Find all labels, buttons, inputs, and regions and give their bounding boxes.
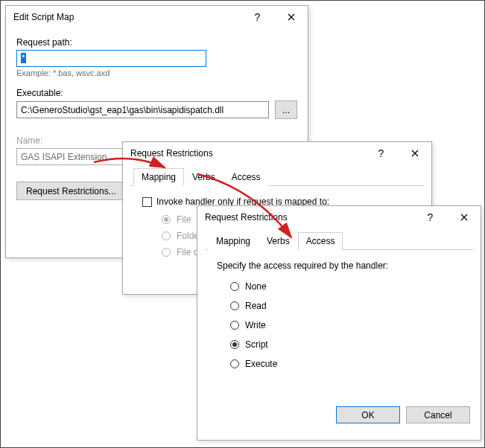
radio-icon: [162, 215, 171, 224]
radio-execute[interactable]: Execute: [230, 359, 461, 369]
help-button[interactable]: ?: [413, 206, 447, 228]
radio-icon: [230, 301, 239, 310]
close-icon: [288, 13, 295, 21]
dialog-title: Edit Script Map: [13, 12, 241, 22]
radio-icon: [230, 321, 239, 330]
close-button[interactable]: [274, 6, 308, 28]
button-bar: OK Cancel: [197, 399, 481, 434]
dialog-title: Request Restrictions: [130, 148, 364, 159]
help-button[interactable]: ?: [364, 142, 398, 164]
invoke-checkbox[interactable]: [142, 197, 152, 207]
tabstrip: Mapping Verbs Access: [130, 167, 424, 186]
radio-icon: [230, 359, 239, 368]
radio-none[interactable]: None: [230, 281, 461, 292]
tab-access[interactable]: Access: [298, 232, 343, 250]
radio-label: Script: [245, 339, 268, 350]
radio-script[interactable]: Script: [230, 339, 461, 350]
ok-button[interactable]: OK: [336, 406, 400, 423]
executable-label: Executable:: [16, 88, 297, 98]
radio-icon: [162, 248, 171, 257]
request-restrictions-access-dialog: Request Restrictions ? Mapping Verbs Acc…: [197, 205, 481, 441]
executable-input[interactable]: [16, 101, 269, 118]
radio-icon: [230, 282, 239, 291]
request-path-selection: *: [21, 53, 26, 63]
close-button[interactable]: [447, 206, 481, 228]
browse-button[interactable]: ...: [275, 100, 297, 119]
cancel-button[interactable]: Cancel: [406, 406, 470, 423]
access-spec-label: Specify the access required by the handl…: [217, 260, 461, 271]
radio-label: Execute: [245, 359, 277, 369]
radio-label: Read: [245, 301, 267, 311]
close-icon: [460, 214, 468, 221]
tab-verbs[interactable]: Verbs: [184, 168, 224, 186]
tab-verbs[interactable]: Verbs: [259, 232, 298, 250]
radio-icon: [162, 231, 171, 240]
close-button[interactable]: [398, 142, 431, 164]
tabstrip: Mapping Verbs Access: [205, 231, 473, 250]
tab-mapping[interactable]: Mapping: [208, 232, 259, 250]
radio-read[interactable]: Read: [230, 301, 461, 311]
radio-write[interactable]: Write: [230, 320, 461, 330]
request-path-label: Request path:: [16, 37, 297, 48]
radio-label: None: [245, 281, 267, 292]
tab-body: Specify the access required by the handl…: [205, 250, 473, 399]
radio-icon: [230, 340, 239, 349]
radio-label: File: [177, 214, 191, 225]
radio-label: Write: [245, 320, 266, 330]
request-path-input[interactable]: *: [16, 50, 206, 67]
request-path-example: Example: *.bas, wsvc.axd: [16, 68, 297, 77]
tab-mapping[interactable]: Mapping: [133, 168, 184, 186]
close-icon: [411, 150, 419, 157]
titlebar: Request Restrictions ?: [197, 206, 481, 228]
titlebar: Edit Script Map ?: [6, 6, 308, 28]
dialog-title: Request Restrictions: [205, 212, 413, 223]
titlebar: Request Restrictions ?: [123, 142, 431, 164]
tab-access[interactable]: Access: [224, 168, 269, 186]
request-restrictions-button[interactable]: Request Restrictions...: [16, 182, 126, 200]
help-button[interactable]: ?: [241, 6, 274, 28]
